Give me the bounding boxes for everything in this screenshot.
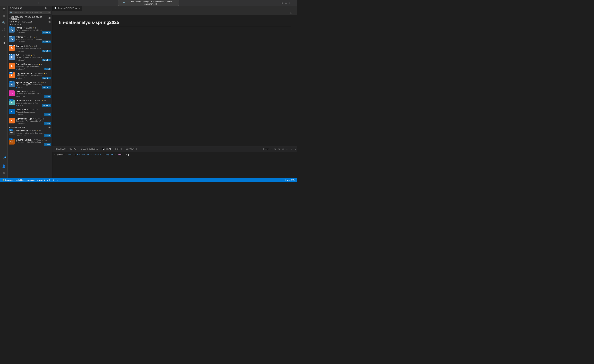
new-badge: NEW xyxy=(9,45,13,46)
install-button[interactable]: Install xyxy=(44,113,51,116)
panel-tab-ports[interactable]: PORTS xyxy=(113,146,124,152)
panel-tab-terminal[interactable]: TERMINAL xyxy=(100,146,113,152)
list-item[interactable]: NEWPyPython Debugger👁 61.3M★ 4.5Python D… xyxy=(8,80,52,90)
panel-icon[interactable]: ▭ xyxy=(285,2,287,4)
activity-bar-search[interactable]: 🔍 xyxy=(1,20,7,26)
install-button[interactable]: Install▾ xyxy=(42,50,51,52)
activity-bar-settings[interactable]: ⚙ xyxy=(1,170,7,176)
list-item[interactable]: NEWGLGitLens - Git sup...👁 38.1M★ 3.5Sup… xyxy=(8,138,52,147)
more-options-button[interactable]: ⋯ xyxy=(292,12,296,15)
tab-readme[interactable]: 📄 [Preview] README.md × xyxy=(52,6,82,11)
section-browser-installed[interactable]: ▾ BROWSER - INSTALLED 0 xyxy=(8,20,52,23)
search-input[interactable] xyxy=(14,12,47,14)
titlebar-nav[interactable]: ‹ › xyxy=(37,1,44,5)
search-box[interactable]: 🔍 ⧩ xyxy=(9,11,51,14)
panel-more-button[interactable]: ⋯ xyxy=(286,148,289,151)
downloads-icon: 👁 xyxy=(33,82,35,84)
status-codespace[interactable]: ⚡ Codespaces: probable space memory xyxy=(1,178,36,182)
titlebar-search[interactable]: 🔍 fin-data-analysis-spring2025 [Codespac… xyxy=(118,0,179,6)
activity-bar-source-control[interactable]: ⎇ xyxy=(1,26,7,33)
nav-forward-button[interactable]: › xyxy=(41,1,43,5)
download-count: 53M xyxy=(37,100,40,102)
layout-toggle-icon[interactable]: ⊞ xyxy=(282,2,284,4)
activity-bar-account[interactable]: 👤 xyxy=(1,163,7,169)
install-button[interactable]: Install xyxy=(44,68,51,70)
install-dropdown-icon[interactable]: ▾ xyxy=(48,41,50,43)
panel-tab-problems[interactable]: PROBLEMS xyxy=(53,146,68,152)
install-button[interactable]: Install▾ xyxy=(42,59,51,61)
list-item[interactable]: ICIntelliCode👁 50.8M★ 4AI-assisted devel… xyxy=(8,108,52,117)
ext-info: Live Server👁 58.5MLaunch a development l… xyxy=(16,91,51,98)
terminal-content[interactable]: ◎ @aiken1 → /workspaces/fin-data-analysi… xyxy=(52,152,297,178)
panel-tab-debug-console[interactable]: DEBUG CONSOLE xyxy=(79,146,100,152)
install-button[interactable]: Install xyxy=(44,122,51,125)
split-editor-button[interactable]: ⎘ xyxy=(290,12,292,15)
section-recommended[interactable]: ▾ RECOMMENDED 2 xyxy=(8,126,52,129)
ext-name: GitLens - Git sup... xyxy=(16,139,33,141)
list-item[interactable]: NEWCC/C++👁 76.9M★ 3.5C/C++ IntelliSense,… xyxy=(8,53,52,62)
panel-tab-output[interactable]: OUTPUT xyxy=(68,146,79,152)
ext-description: Code formatter using prettier xyxy=(16,102,46,104)
ext-icon: NEWGL xyxy=(9,139,15,144)
more-actions-icon[interactable]: ⋯ xyxy=(48,7,50,9)
list-item[interactable]: JuJupyter Cell Tags👁 48.3M★ 5Jupyter Cel… xyxy=(8,117,52,126)
list-item[interactable]: NEW4JuJupyter👁 86.7M★ 2.5Jupyter noteboo… xyxy=(8,44,52,53)
install-button[interactable]: Install xyxy=(44,95,51,98)
install-dropdown-icon[interactable]: ▾ xyxy=(48,77,50,79)
activity-bar-menu[interactable]: ☰ xyxy=(1,6,7,13)
section-popular[interactable]: ▾ POPULAR xyxy=(8,23,52,26)
rating-value: 2.5 xyxy=(34,45,37,47)
install-button[interactable]: Install xyxy=(44,134,51,137)
install-button[interactable]: Install▾ xyxy=(42,77,51,79)
section-recommended-label: RECOMMENDED xyxy=(11,126,26,128)
publisher-name: Microsoft xyxy=(18,86,25,88)
status-layout[interactable]: Layout: U.S. xyxy=(284,178,296,182)
install-button[interactable]: Install▾ xyxy=(42,104,51,107)
terminal-split-button[interactable]: ⊞ xyxy=(273,148,277,151)
refresh-icon[interactable]: ↻ xyxy=(45,7,47,9)
terminal-layout-button[interactable]: ⊟ xyxy=(277,148,280,151)
status-errors[interactable]: ✕ 0 △ 0 ⚑ 0 xyxy=(46,178,58,182)
activity-bar-extensions[interactable]: ⊞ xyxy=(1,40,7,46)
install-dropdown-icon[interactable]: ▾ xyxy=(48,105,50,106)
tab-close-button[interactable]: × xyxy=(78,7,80,10)
install-dropdown-icon[interactable]: ▾ xyxy=(48,59,50,61)
install-button[interactable]: Install xyxy=(44,143,51,146)
ext-info: IntelliCode👁 50.8M★ 4AI-assisted develop… xyxy=(16,109,51,116)
more-icon[interactable]: ⋯ xyxy=(291,2,294,4)
publisher-name: Microsoft xyxy=(18,114,25,116)
ext-icon: Ju xyxy=(9,63,15,69)
status-branch[interactable]: ⎇ main ⟳ xyxy=(36,178,46,182)
download-count: 68M xyxy=(34,63,38,65)
install-button[interactable]: Install▾ xyxy=(42,86,51,89)
panel-tab-comments[interactable]: COMMENTS xyxy=(124,146,139,152)
activity-bar-remote[interactable]: ⊕ 4 xyxy=(1,156,7,162)
panel-maximize-button[interactable]: ∧ xyxy=(290,148,293,151)
activity-bar-explorer[interactable]: ⎗ xyxy=(1,13,7,19)
activity-bar-run[interactable]: ▷ xyxy=(1,33,7,39)
sidebar-icon[interactable]: ▯ xyxy=(289,2,290,4)
list-item[interactable]: JuJupyter Keymap👁 68M★ 4Jupyter keymaps … xyxy=(8,62,52,71)
rating-value: 3 xyxy=(46,72,47,74)
list-item[interactable]: NEWM+markdownlint👁 8.1M★ 4.5Markdown lin… xyxy=(8,129,52,138)
nav-back-button[interactable]: ‹ xyxy=(37,1,40,5)
panel-close-button[interactable]: × xyxy=(294,148,296,151)
section-codespaces[interactable]: ▾ CODESPACES: PROBABLE SPACE MEMOR... 0 xyxy=(8,16,52,20)
list-item[interactable]: NEWPyPylance👁 123.9M★ 3A performant, fea… xyxy=(8,35,52,44)
list-item[interactable]: NEWPPrettier - Code for...👁 53M★ 3.5Code… xyxy=(8,98,52,108)
install-button[interactable]: Install▾ xyxy=(42,40,51,43)
install-button[interactable]: Install▾ xyxy=(42,32,51,34)
terminal-delete-button[interactable]: 🗑 xyxy=(281,148,285,151)
install-dropdown-icon[interactable]: ▾ xyxy=(48,86,50,88)
install-dropdown-icon[interactable]: ▾ xyxy=(48,50,50,52)
ext-items-container: NEWPyPython👁 151.8M★ 4Python language su… xyxy=(8,26,52,126)
install-dropdown-icon[interactable]: ▾ xyxy=(48,32,50,33)
recommended-count: 2 xyxy=(48,126,51,128)
list-item[interactable]: NEWPyPython👁 151.8M★ 4Python language su… xyxy=(8,26,52,35)
list-item[interactable]: NEWJuJupyter Notebook ...👁 66.9M★ 3Rende… xyxy=(8,71,52,80)
add-terminal-button[interactable]: + xyxy=(270,148,273,151)
publisher-name: David Anson xyxy=(16,135,26,136)
list-item[interactable]: LSLive Server👁 58.5MLaunch a development… xyxy=(8,90,52,98)
filter-icon[interactable]: ⧩ xyxy=(48,12,50,14)
tab-label: [Preview] README.md xyxy=(58,7,77,9)
